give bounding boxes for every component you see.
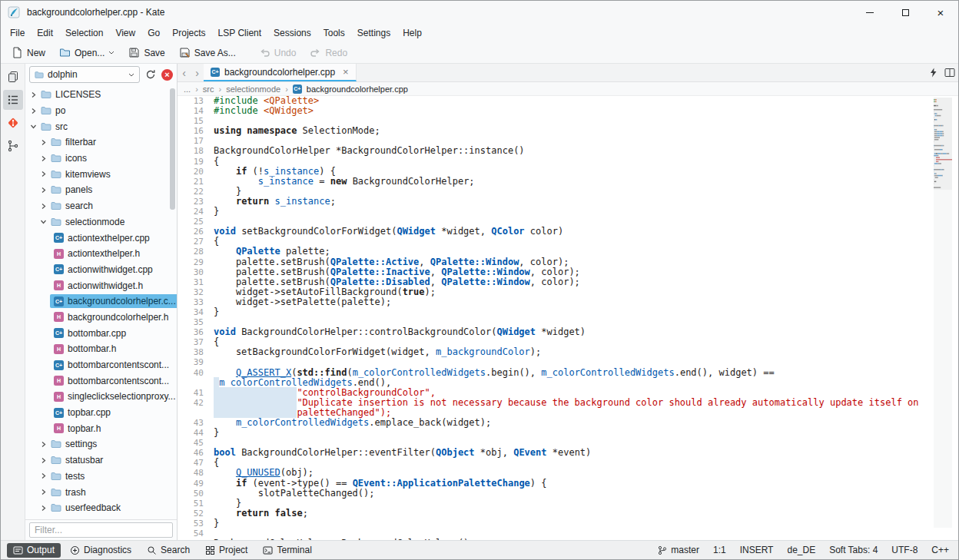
tab-next-icon[interactable]: › — [191, 64, 204, 81]
menu-settings[interactable]: Settings — [351, 25, 397, 41]
code-line[interactable]: 38 setBackgroundColorForWidget(widget, m… — [178, 347, 958, 357]
expander-icon[interactable] — [40, 139, 47, 146]
breadcrumb-item[interactable]: src — [203, 84, 214, 94]
tree-scrollbar[interactable] — [170, 88, 175, 210]
tree-file-singleclickselectionproxy...[interactable]: Hsingleclickselectionproxy... — [25, 389, 177, 405]
expander-icon[interactable] — [40, 218, 47, 225]
menu-projects[interactable]: Projects — [166, 25, 211, 41]
expander-icon[interactable] — [40, 489, 47, 495]
menu-file[interactable]: File — [4, 25, 31, 41]
tree-folder-src[interactable]: src — [25, 118, 177, 134]
code-line[interactable]: 18BackgroundColorHelper *BackgroundColor… — [178, 146, 958, 156]
split-view-icon[interactable] — [941, 64, 958, 81]
menu-edit[interactable]: Edit — [31, 25, 59, 41]
minimap[interactable] — [934, 98, 952, 528]
input-mode[interactable]: INSERT — [740, 545, 774, 555]
breadcrumb-item[interactable]: ... — [184, 84, 191, 94]
code-line[interactable]: 16using namespace SelectionMode; — [178, 126, 958, 136]
tree-folder-settings[interactable]: settings — [25, 436, 177, 452]
breadcrumb-item[interactable]: selectionmode — [226, 84, 280, 94]
redo-button[interactable]: Redo — [304, 44, 353, 62]
menu-sessions[interactable]: Sessions — [267, 25, 317, 41]
tree-file-actionwithwidget.h[interactable]: Hactionwithwidget.h — [25, 277, 177, 293]
menu-selection[interactable]: Selection — [59, 25, 109, 41]
expander-icon[interactable] — [30, 123, 37, 130]
tree-folder-panels[interactable]: panels — [25, 182, 177, 198]
expander-icon[interactable] — [40, 457, 47, 464]
code-line[interactable]: 14#include <QWidget> — [178, 106, 958, 116]
menu-help[interactable]: Help — [397, 25, 428, 41]
minimize-button[interactable] — [852, 1, 888, 24]
new-button[interactable]: New — [5, 44, 51, 62]
code-line[interactable]: 26void setBackgroundColorForWidget(QWidg… — [178, 227, 958, 237]
expander-icon[interactable] — [30, 91, 37, 98]
save-as-button[interactable]: Save As... — [173, 44, 242, 62]
close-project-icon[interactable]: × — [161, 69, 173, 81]
tree-file-bottombarcontentscont...[interactable]: Hbottombarcontentscont... — [25, 373, 177, 389]
expander-icon[interactable] — [40, 155, 47, 162]
tree-file-topbar.cpp[interactable]: C+topbar.cpp — [25, 405, 177, 421]
tree-file-bottombarcontentscont...[interactable]: C+bottombarcontentscont... — [25, 357, 177, 373]
code-editor[interactable]: 13#include <QPalette>14#include <QWidget… — [178, 96, 958, 540]
tab-close-icon[interactable]: × — [343, 66, 349, 78]
output-button[interactable]: Output — [7, 543, 61, 558]
tree-folder-trash[interactable]: trash — [25, 484, 177, 500]
code-line[interactable]: 43 m_colorControlledWidgets.emplace_back… — [178, 418, 958, 428]
code-line[interactable]: 23 return s_instance; — [178, 197, 958, 207]
reload-project-icon[interactable] — [144, 68, 158, 81]
diagnostics-button[interactable]: Diagnostics — [64, 543, 138, 558]
expander-icon[interactable] — [40, 441, 47, 448]
expander-icon[interactable] — [40, 472, 47, 479]
tree-file-bottombar.h[interactable]: Hbottombar.h — [25, 341, 177, 357]
filter-input[interactable] — [29, 522, 173, 538]
tree-folder-filterbar[interactable]: filterbar — [25, 134, 177, 151]
expander-icon[interactable] — [40, 187, 47, 194]
tab-width-setting[interactable]: Soft Tabs: 4 — [829, 545, 878, 555]
tree-folder-search[interactable]: search — [25, 198, 177, 214]
code-line[interactable]: 52 return false; — [178, 509, 958, 519]
tree-folder-icons[interactable]: icons — [25, 151, 177, 167]
tree-file-actiontexthelper.cpp[interactable]: C+actiontexthelper.cpp — [25, 230, 177, 246]
breadcrumb-item[interactable]: backgroundcolorhelper.cpp — [307, 84, 408, 94]
code-line[interactable]: 44} — [178, 428, 958, 438]
tree-folder-po[interactable]: po — [25, 103, 177, 119]
expander-icon[interactable] — [40, 505, 47, 512]
code-line[interactable]: 21 s_instance = new BackgroundColorHelpe… — [178, 177, 958, 187]
projects-tool-button[interactable] — [3, 90, 23, 110]
expander-icon[interactable] — [40, 203, 47, 210]
code-line[interactable]: BackgroundColorHelper::BackgroundColorHe… — [178, 538, 958, 540]
tree-folder-tests[interactable]: tests — [25, 469, 177, 485]
menu-tools[interactable]: Tools — [317, 25, 351, 41]
menu-lsp-client[interactable]: LSP Client — [212, 25, 267, 41]
code-line[interactable]: m_colorControlledWidgets.end(), — [178, 378, 958, 388]
expander-icon[interactable] — [30, 108, 37, 114]
code-line[interactable]: 50 slotPaletteChanged(); — [178, 489, 958, 499]
open-button[interactable]: Open... — [53, 44, 121, 62]
search-button[interactable]: Search — [141, 543, 196, 558]
tree-file-topbar.h[interactable]: Htopbar.h — [25, 420, 177, 436]
dictionary[interactable]: de_DE — [787, 545, 815, 555]
tree-folder-statusbar[interactable]: statusbar — [25, 452, 177, 469]
project-selector[interactable]: dolphin — [29, 66, 140, 83]
titlebar[interactable]: backgroundcolorhelper.cpp - Kate × — [1, 1, 958, 24]
symbols-tool-button[interactable] — [3, 136, 23, 156]
tree-file-backgroundcolorhelper.c...[interactable]: C+backgroundcolorhelper.c... — [25, 293, 177, 310]
tree-file-backgroundcolorhelper.h[interactable]: Hbackgroundcolorhelper.h — [25, 310, 177, 326]
encoding[interactable]: UTF-8 — [891, 545, 918, 555]
save-button[interactable]: Save — [122, 44, 171, 62]
code-line[interactable]: 42 "Duplicate insertion is not necessary… — [178, 398, 958, 408]
quick-actions-icon[interactable] — [924, 64, 941, 81]
tree-file-actionwithwidget.cpp[interactable]: C+actionwithwidget.cpp — [25, 262, 177, 278]
code-line[interactable]: 33 widget->setPalette(palette); — [178, 297, 958, 307]
expander-icon[interactable] — [40, 171, 47, 177]
code-line[interactable]: 36void BackgroundColorHelper::controlBac… — [178, 327, 958, 337]
cursor-position[interactable]: 1:1 — [713, 545, 726, 555]
tab-prev-icon[interactable]: ‹ — [178, 64, 191, 81]
tree-folder-LICENSES[interactable]: LICENSES — [25, 87, 177, 103]
undo-button[interactable]: Undo — [253, 44, 303, 62]
documents-tool-button[interactable] — [3, 67, 23, 87]
terminal-button[interactable]: Terminal — [257, 543, 317, 558]
tab-backgroundcolorhelper[interactable]: C+ backgroundcolorhelper.cpp × — [204, 64, 357, 81]
tree-folder-userfeedback[interactable]: userfeedback — [25, 500, 177, 516]
menu-view[interactable]: View — [109, 25, 141, 41]
